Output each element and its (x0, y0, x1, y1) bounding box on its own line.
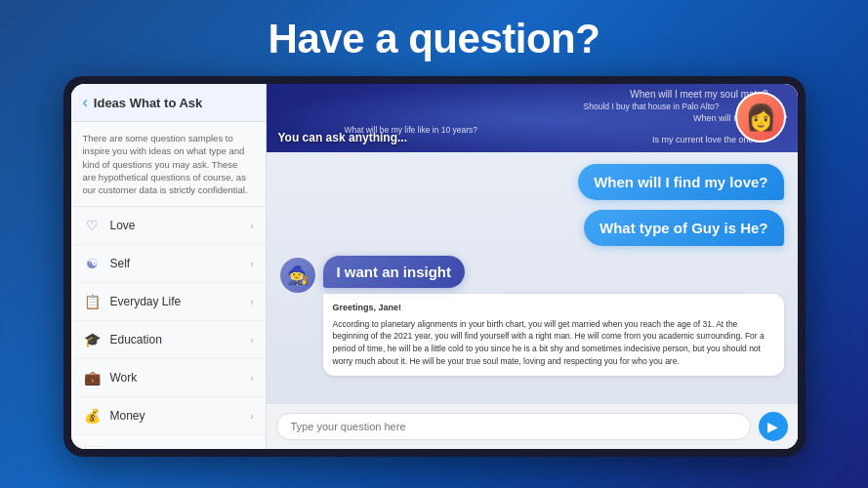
work-icon: 💼 (83, 368, 103, 387)
sidebar-label-education: Education (110, 333, 251, 346)
sidebar-label-work: Work (110, 371, 251, 385)
chevron-icon: › (250, 373, 253, 384)
sidebar-label-money: Money (110, 409, 251, 423)
education-icon: 🎓 (83, 330, 103, 349)
send-button[interactable]: ▶ (759, 412, 788, 441)
can-ask-text: You can ask anything... (278, 131, 407, 144)
sidebar-header: ‹ Ideas What to Ask (71, 84, 266, 122)
sidebar: ‹ Ideas What to Ask There are some quest… (71, 84, 267, 449)
everyday-icon: 📋 (83, 292, 103, 311)
chevron-icon: › (250, 297, 253, 307)
chat-messages: When will I find my love? What type of G… (267, 152, 798, 403)
chat-area: When will I meet my soul mate? Should I … (267, 84, 798, 449)
floating-text-2: Should I buy that house in Palo Alto? (584, 102, 720, 111)
avatar-emoji: 👩 (745, 102, 776, 133)
user-message-2: What type of Guy is He? (584, 210, 784, 246)
assistant-text-bubble: Greetings, Jane! According to planetary … (323, 294, 784, 376)
user-message-1: When will I find my love? (578, 164, 783, 200)
chat-input[interactable] (276, 413, 751, 440)
assistant-avatar-emoji: 🧙 (287, 264, 309, 286)
back-button[interactable]: ‹ (83, 94, 88, 111)
sidebar-item-money[interactable]: 💰 Money › (71, 397, 266, 435)
send-icon: ▶ (767, 419, 778, 434)
sidebar-item-everyday[interactable]: 📋 Everyday Life › (71, 283, 266, 321)
sidebar-item-self[interactable]: ☯ Self › (71, 245, 266, 283)
sidebar-label-self: Self (110, 257, 251, 270)
chat-header: When will I meet my soul mate? Should I … (267, 84, 798, 152)
chevron-icon: › (250, 411, 253, 422)
page-title: Have a question? (269, 16, 600, 62)
sidebar-item-love[interactable]: ♡ Love › (71, 207, 266, 245)
assistant-avatar: 🧙 (280, 258, 315, 293)
insight-bubble: I want an insight (323, 256, 466, 288)
sidebar-label-love: Love (110, 219, 251, 232)
sidebar-item-work[interactable]: 💼 Work › (71, 359, 266, 397)
sidebar-item-business[interactable]: 📊 Business › (71, 435, 266, 449)
assistant-content: I want an insight Greetings, Jane! Accor… (323, 256, 784, 376)
chevron-icon: › (250, 221, 253, 231)
business-icon: 📊 (83, 444, 103, 449)
self-icon: ☯ (83, 254, 103, 273)
sidebar-item-education[interactable]: 🎓 Education › (71, 321, 266, 359)
assistant-message-row: 🧙 I want an insight Greetings, Jane! Acc… (280, 256, 784, 376)
sidebar-label-everyday: Everyday Life (110, 295, 251, 308)
chat-input-row: ▶ (267, 403, 798, 449)
tablet-device: ‹ Ideas What to Ask There are some quest… (63, 76, 806, 457)
chevron-icon: › (250, 259, 253, 269)
sidebar-description: There are some question samples to inspi… (71, 122, 266, 207)
money-icon: 💰 (83, 406, 103, 426)
chevron-icon: › (250, 335, 253, 346)
sidebar-title: Ideas What to Ask (94, 96, 202, 110)
greeting-text: Greetings, Jane! (333, 302, 774, 315)
love-icon: ♡ (83, 216, 103, 235)
tablet-screen: ‹ Ideas What to Ask There are some quest… (71, 84, 798, 449)
sidebar-label-business: Business (110, 447, 251, 449)
user-avatar: 👩 (735, 92, 786, 142)
floating-text-5: Is my current love the one? (652, 135, 759, 144)
assistant-body-text: According to planetary alignments in you… (333, 318, 774, 368)
